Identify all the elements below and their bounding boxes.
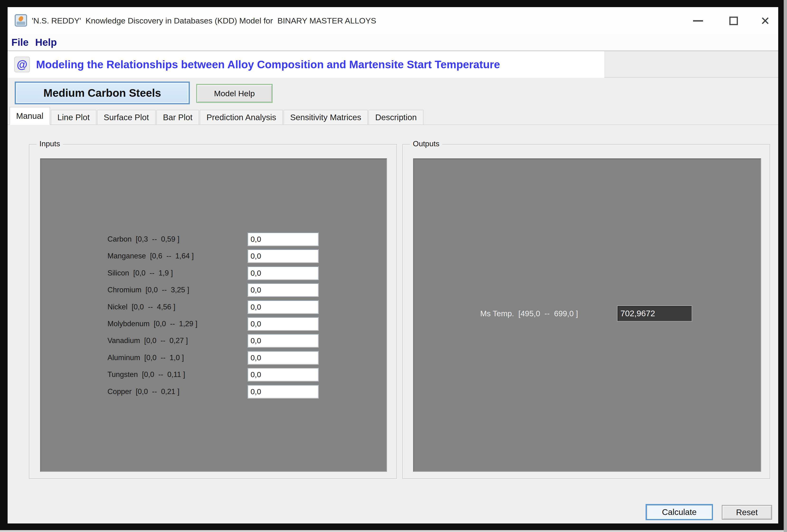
- menu-file[interactable]: File: [12, 37, 28, 48]
- maximize-icon: [729, 17, 738, 25]
- app-window: 'N.S. REDDY' Knowledge Discovery in Data…: [7, 7, 778, 524]
- app-icon-flame: [18, 16, 24, 22]
- field-input[interactable]: [248, 266, 319, 280]
- input-row: Copper [0,0 -- 0,21 ]: [41, 385, 386, 399]
- field-input[interactable]: [248, 317, 319, 331]
- output-label: Ms Temp. [495,0 -- 699,0 ]: [480, 305, 578, 322]
- reset-button[interactable]: Reset: [722, 505, 772, 520]
- maximize-button[interactable]: [721, 7, 747, 35]
- field-input[interactable]: [248, 249, 319, 263]
- output-row: Ms Temp. [495,0 -- 699,0 ] 702,9672: [414, 305, 761, 322]
- field-input[interactable]: [248, 385, 319, 399]
- field-input[interactable]: [248, 300, 319, 314]
- heading-tab: @ Modeling the Relationships between All…: [7, 51, 604, 78]
- input-row: Silicon [0,0 -- 1,9 ]: [41, 266, 386, 280]
- title-bar: 'N.S. REDDY' Knowledge Discovery in Data…: [7, 7, 778, 35]
- field-label: Nickel [0,0 -- 4,56 ]: [107, 303, 175, 311]
- tab-manual[interactable]: Manual: [9, 107, 50, 125]
- window-title: 'N.S. REDDY' Knowledge Discovery in Data…: [32, 7, 376, 35]
- screen-edge-right: [784, 0, 787, 532]
- tab-sensitivity-matrices[interactable]: Sensitivity Matrices: [283, 110, 368, 125]
- input-row: Manganese [0,6 -- 1,64 ]: [41, 249, 386, 263]
- field-label: Tungsten [0,0 -- 0,11 ]: [107, 370, 185, 379]
- tab-prediction-analysis[interactable]: Prediction Analysis: [200, 110, 283, 125]
- field-input[interactable]: [248, 283, 319, 297]
- tab-line-plot[interactable]: Line Plot: [51, 110, 96, 125]
- input-row: Aluminum [0,0 -- 1,0 ]: [41, 351, 386, 364]
- input-row: Tungsten [0,0 -- 0,11 ]: [41, 368, 386, 381]
- menu-bar: File Help: [7, 35, 778, 50]
- menu-help[interactable]: Help: [35, 37, 57, 48]
- close-button[interactable]: ✕: [752, 7, 778, 35]
- field-input[interactable]: [248, 334, 319, 348]
- close-icon: ✕: [761, 14, 770, 27]
- input-row: Carbon [0,3 -- 0,59 ]: [41, 232, 386, 246]
- minimize-button[interactable]: [685, 7, 711, 35]
- model-help-button[interactable]: Model Help: [196, 84, 273, 103]
- calculate-button[interactable]: Calculate: [645, 504, 713, 520]
- outputs-legend: Outputs: [410, 139, 442, 148]
- heading-band: @ Modeling the Relationships between All…: [7, 51, 778, 78]
- field-input[interactable]: [248, 351, 319, 364]
- tab-description[interactable]: Description: [368, 110, 423, 125]
- minimize-icon: [693, 20, 703, 22]
- field-label: Copper [0,0 -- 0,21 ]: [107, 387, 179, 396]
- tab-bar-plot[interactable]: Bar Plot: [156, 110, 199, 125]
- field-label: Molybdenum [0,0 -- 1,29 ]: [107, 319, 197, 328]
- page-title: Modeling the Relationships between Alloy…: [36, 58, 500, 71]
- input-row: Chromium [0,0 -- 3,25 ]: [41, 283, 386, 297]
- app-icon-base: [17, 22, 25, 25]
- field-input[interactable]: [248, 368, 319, 381]
- outputs-panel: Ms Temp. [495,0 -- 699,0 ] 702,9672: [413, 158, 761, 472]
- screen-edge-bottom: [0, 530, 784, 532]
- outputs-group-box: Outputs Ms Temp. [495,0 -- 699,0 ] 702,9…: [402, 144, 770, 479]
- inputs-legend: Inputs: [37, 139, 63, 148]
- inputs-group-box: Inputs Carbon [0,3 -- 0,59 ]Manganese [0…: [29, 144, 397, 479]
- field-label: Manganese [0,6 -- 1,64 ]: [107, 252, 194, 260]
- at-icon: @: [14, 57, 30, 72]
- input-row: Nickel [0,0 -- 4,56 ]: [41, 300, 386, 314]
- output-value-field: 702,9672: [617, 305, 692, 322]
- field-label: Silicon [0,0 -- 1,9 ]: [107, 269, 173, 278]
- field-label: Aluminum [0,0 -- 1,0 ]: [107, 353, 184, 362]
- app-icon: [15, 14, 27, 26]
- model-name-button[interactable]: Medium Carbon Steels: [15, 82, 190, 104]
- input-row: Vanadium [0,0 -- 0,27 ]: [41, 334, 386, 348]
- field-label: Vanadium [0,0 -- 0,27 ]: [107, 336, 188, 345]
- tab-surface-plot[interactable]: Surface Plot: [97, 110, 156, 125]
- input-row: Molybdenum [0,0 -- 1,29 ]: [41, 317, 386, 331]
- field-input[interactable]: [248, 232, 319, 246]
- tab-bar: ManualLine PlotSurface PlotBar PlotPredi…: [7, 107, 778, 125]
- field-label: Chromium [0,0 -- 3,25 ]: [107, 286, 189, 294]
- field-label: Carbon [0,3 -- 0,59 ]: [107, 235, 179, 243]
- inputs-panel: Carbon [0,3 -- 0,59 ]Manganese [0,6 -- 1…: [40, 158, 387, 472]
